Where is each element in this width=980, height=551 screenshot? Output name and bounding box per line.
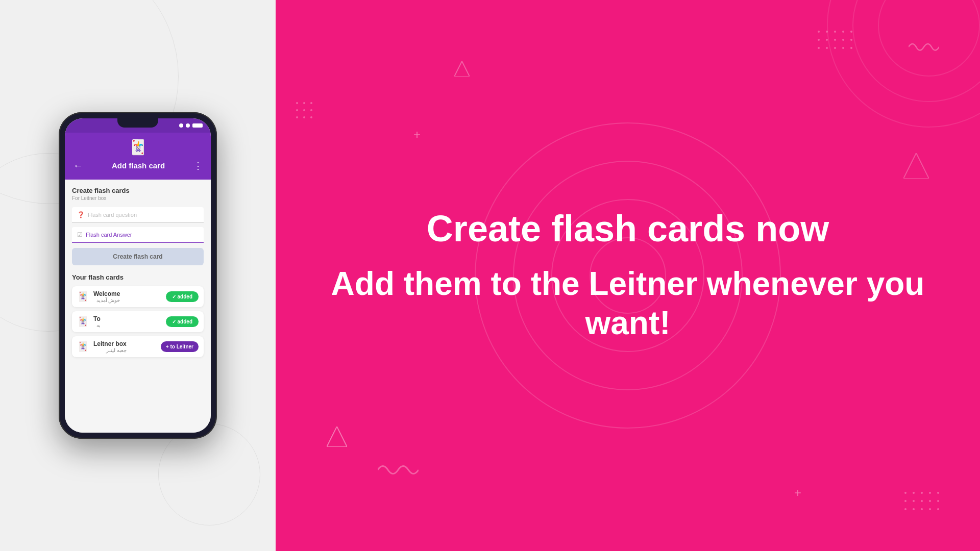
card-text: Welcome خوش آمدید	[93, 290, 120, 303]
dots-grid-bottom	[904, 492, 939, 510]
flash-card-item: 🃏 To به ✓ added	[72, 311, 204, 332]
triangle-deco-left	[327, 427, 347, 449]
your-cards-title: Your flash cards	[72, 273, 204, 281]
dots-grid-top	[818, 31, 852, 49]
app-logo-icon: 🃏	[129, 139, 147, 156]
triangle-deco-right	[903, 153, 929, 181]
card-word: Leitner box	[93, 340, 127, 347]
question-icon: ❓	[77, 211, 85, 218]
question-placeholder: Flash card question	[88, 212, 137, 218]
card-word: To	[93, 315, 101, 322]
your-cards-section: Your flash cards 🃏 Welcome خوش آمدید ✓ a…	[72, 273, 204, 357]
answer-input[interactable]: ☑ Flash card Answer	[72, 227, 204, 243]
squiggle-top	[909, 41, 939, 56]
added-badge: ✓ added	[166, 291, 199, 302]
answer-icon: ☑	[77, 231, 83, 238]
plus-deco2: +	[794, 486, 801, 500]
leitner-badge[interactable]: + to Leitner	[161, 341, 199, 352]
card-left: 🃏 To به	[77, 315, 101, 328]
answer-placeholder: Flash card Answer	[86, 232, 132, 238]
left-panel: 🃏 ← Add flash card ⋮ Create flash cards …	[0, 0, 276, 551]
create-flashcard-button[interactable]: Create flash card	[72, 248, 204, 265]
phone-notch	[117, 118, 158, 128]
added-badge: ✓ added	[166, 316, 199, 327]
dots-grid-left	[296, 102, 312, 118]
card-translation: خوش آمدید	[93, 297, 120, 303]
app-content: Create flash cards For Leitner box ❓ Fla…	[65, 180, 211, 433]
squiggle-bottom	[378, 462, 419, 480]
flash-card-item: 🃏 Welcome خوش آمدید ✓ added	[72, 286, 204, 307]
card-text: Leitner box جعبه لیتنر	[93, 340, 127, 353]
card-icon: 🃏	[77, 316, 89, 328]
create-section-title: Create flash cards	[72, 187, 204, 194]
back-button[interactable]: ←	[73, 160, 83, 171]
phone-mockup: 🃏 ← Add flash card ⋮ Create flash cards …	[59, 112, 217, 439]
phone-status-bar	[65, 118, 211, 133]
card-left: 🃏 Leitner box جعبه لیتنر	[77, 340, 127, 353]
card-word: Welcome	[93, 290, 120, 297]
app-title: Add flash card	[112, 161, 165, 170]
card-icon: 🃏	[77, 291, 89, 303]
more-button[interactable]: ⋮	[193, 160, 203, 171]
plus-deco: +	[413, 128, 421, 142]
right-panel-text: Create flash cards now Add them to the L…	[276, 188, 980, 363]
card-left: 🃏 Welcome خوش آمدید	[77, 290, 120, 303]
create-section: Create flash cards For Leitner box ❓ Fla…	[72, 187, 204, 265]
question-input[interactable]: ❓ Flash card question	[72, 207, 204, 223]
svg-marker-1	[327, 427, 347, 447]
sub-heading: Add them to the Leitner whenever you wan…	[296, 264, 960, 343]
triangle-deco-top	[454, 61, 470, 79]
svg-marker-0	[454, 61, 470, 77]
svg-marker-2	[903, 153, 929, 179]
card-text: To به	[93, 315, 101, 328]
app-nav: ← Add flash card ⋮	[73, 160, 203, 171]
status-icons	[179, 123, 203, 128]
card-translation: به	[93, 322, 101, 328]
create-section-subtitle: For Leitner box	[72, 195, 204, 201]
card-translation: جعبه لیتنر	[93, 347, 127, 353]
app-header: 🃏 ← Add flash card ⋮	[65, 133, 211, 180]
flash-card-item: 🃏 Leitner box جعبه لیتنر + to Leitner	[72, 336, 204, 357]
card-icon: 🃏	[77, 341, 89, 353]
main-heading: Create flash cards now	[296, 209, 960, 249]
right-panel: + + Create flash cards now Add them to t…	[276, 0, 980, 551]
